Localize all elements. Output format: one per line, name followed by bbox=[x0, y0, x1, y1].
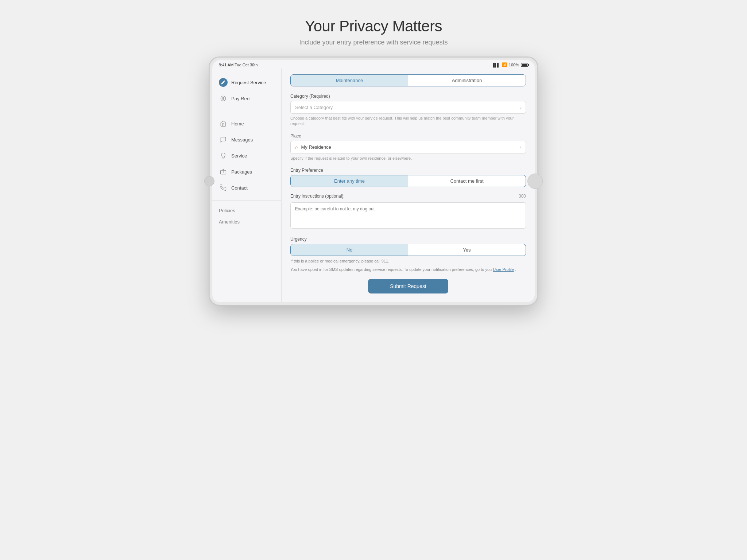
right-button bbox=[527, 174, 543, 189]
sidebar-label-pay-rent: Pay Rent bbox=[231, 96, 251, 101]
urgency-section: Urgency No Yes If this is a police or me… bbox=[290, 237, 526, 272]
contact-me-first-btn[interactable]: Contact me first bbox=[408, 175, 526, 187]
entry-segment-control: Enter any time Contact me first bbox=[290, 175, 526, 187]
place-hint: Specify if the request is related to you… bbox=[290, 156, 526, 161]
urgency-no-btn[interactable]: No bbox=[291, 244, 408, 256]
request-service-icon bbox=[219, 78, 228, 87]
entry-instructions-label: Entry instructions (optional): bbox=[290, 194, 345, 199]
category-section: Category (Required) Select a Category › … bbox=[290, 94, 526, 127]
sidebar-item-home[interactable]: Home bbox=[212, 116, 281, 132]
enter-any-time-btn[interactable]: Enter any time bbox=[291, 175, 408, 187]
page-title: Your Privacy Matters bbox=[299, 18, 448, 35]
status-bar: 9:41 AM Tue Oct 30th ▐▌▌ 📶 100% bbox=[212, 60, 535, 69]
status-icons: ▐▌▌ 📶 100% bbox=[491, 62, 528, 67]
sidebar-item-messages[interactable]: Messages bbox=[212, 132, 281, 148]
char-count: 300 bbox=[519, 194, 526, 199]
page-subtitle: Include your entry preference with servi… bbox=[299, 39, 448, 46]
entry-instructions-textarea[interactable] bbox=[290, 202, 526, 229]
entry-instructions-section: Entry instructions (optional): 300 bbox=[290, 194, 526, 230]
sidebar-label-messages: Messages bbox=[231, 137, 253, 143]
place-value-container: ⌂ My Residence bbox=[295, 144, 331, 150]
category-select[interactable]: Select a Category bbox=[290, 101, 526, 114]
sidebar-item-packages[interactable]: Packages bbox=[212, 164, 281, 180]
sidebar-label-service: Service bbox=[231, 153, 247, 159]
entry-preference-label: Entry Preference bbox=[290, 168, 526, 173]
signal-icon: ▐▌▌ bbox=[491, 63, 500, 67]
sidebar-label-home: Home bbox=[231, 121, 244, 127]
messages-icon bbox=[219, 135, 228, 144]
emergency-text: If this is a police or medical emergency… bbox=[290, 258, 526, 264]
packages-icon bbox=[219, 167, 228, 176]
place-home-icon: ⌂ bbox=[295, 144, 298, 150]
maintenance-tab[interactable]: Maintenance bbox=[291, 75, 408, 86]
sidebar-item-contact[interactable]: Contact bbox=[212, 180, 281, 196]
place-section: Place ⌂ My Residence › Specify if the re… bbox=[290, 133, 526, 161]
sidebar: Request Service Pay Rent bbox=[212, 69, 282, 302]
pay-rent-icon bbox=[219, 94, 228, 103]
place-label: Place bbox=[290, 133, 526, 139]
sidebar-item-service[interactable]: Service bbox=[212, 148, 281, 164]
ipad-frame: 9:41 AM Tue Oct 30th ▐▌▌ 📶 100% bbox=[209, 57, 538, 305]
sidebar-item-amenities[interactable]: Amenities bbox=[212, 216, 281, 228]
battery-percent: 100% bbox=[509, 63, 519, 67]
service-icon bbox=[219, 151, 228, 160]
place-value: My Residence bbox=[301, 144, 331, 150]
sms-text: You have opted in for SMS updates regard… bbox=[290, 267, 526, 273]
sidebar-item-pay-rent[interactable]: Pay Rent bbox=[212, 90, 281, 106]
place-arrow: › bbox=[520, 145, 521, 150]
entry-preference-section: Entry Preference Enter any time Contact … bbox=[290, 168, 526, 187]
sidebar-label-packages: Packages bbox=[231, 169, 252, 175]
user-profile-link[interactable]: User Profile bbox=[493, 267, 514, 272]
home-button[interactable] bbox=[204, 176, 214, 186]
submit-request-button[interactable]: Submit Request bbox=[368, 279, 448, 293]
place-select[interactable]: ⌂ My Residence › bbox=[290, 141, 526, 154]
urgency-segment-control: No Yes bbox=[290, 244, 526, 256]
page-header: Your Privacy Matters Include your entry … bbox=[299, 0, 448, 57]
main-content: Maintenance Administration Category (Req… bbox=[282, 69, 535, 302]
urgency-yes-btn[interactable]: Yes bbox=[408, 244, 526, 256]
sidebar-label-contact: Contact bbox=[231, 185, 248, 191]
status-time: 9:41 AM Tue Oct 30th bbox=[219, 63, 258, 67]
battery-icon bbox=[521, 63, 528, 67]
contact-icon bbox=[219, 183, 228, 192]
category-hint: Choose a category that best fits with yo… bbox=[290, 116, 526, 127]
administration-tab[interactable]: Administration bbox=[408, 75, 526, 86]
category-select-wrapper: Select a Category › bbox=[290, 101, 526, 114]
category-label: Category (Required) bbox=[290, 94, 526, 99]
wifi-icon: 📶 bbox=[502, 62, 507, 67]
sidebar-item-policies[interactable]: Policies bbox=[212, 205, 281, 216]
sidebar-label-request-service: Request Service bbox=[231, 80, 266, 85]
home-icon bbox=[219, 119, 228, 128]
type-segment-control: Maintenance Administration bbox=[290, 74, 526, 86]
urgency-label: Urgency bbox=[290, 237, 526, 242]
sidebar-item-request-service[interactable]: Request Service bbox=[212, 74, 281, 90]
